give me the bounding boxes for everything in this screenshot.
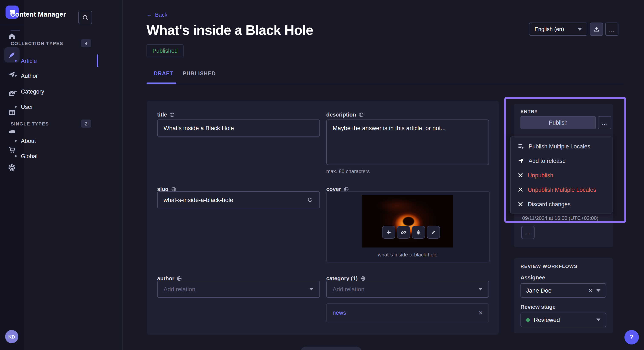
- collection-types-count-badge: 4: [81, 39, 91, 47]
- content-manager-sidebar: [24, 0, 123, 350]
- menu-item-add-to-release[interactable]: Add to release: [511, 154, 612, 168]
- category-tag-row: news ×: [326, 303, 489, 322]
- assignee-select[interactable]: Jane Doe ×: [520, 283, 606, 298]
- sidebar-item-user[interactable]: User: [11, 101, 96, 113]
- pencil-icon: [430, 229, 436, 235]
- sidebar-item-category[interactable]: Category: [11, 85, 96, 97]
- delete-media-button[interactable]: [412, 226, 425, 239]
- search-icon: [82, 14, 89, 21]
- tab-published[interactable]: PUBLISHED: [183, 71, 216, 77]
- locale-select[interactable]: English (en): [529, 22, 587, 36]
- globe-icon: [171, 186, 176, 191]
- description-helper: max. 80 characters: [326, 169, 370, 174]
- menu-item-publish-multiple-locales[interactable]: Publish Multiple Locales: [511, 139, 612, 154]
- active-tab-underline: [146, 82, 176, 84]
- bullet-icon: [15, 140, 16, 142]
- sidebar-title: Content Manager: [10, 11, 66, 18]
- add-component-pill[interactable]: [300, 347, 362, 350]
- sidebar-item-author[interactable]: Author: [11, 70, 96, 82]
- x-icon: [518, 187, 524, 193]
- assignee-value: Jane Doe: [526, 287, 552, 294]
- globe-icon: [177, 276, 182, 281]
- globe-icon: [170, 112, 175, 117]
- assignee-label: Assignee: [520, 274, 545, 281]
- add-icon: [386, 229, 392, 235]
- search-button[interactable]: [78, 11, 92, 24]
- sidebar-item-article[interactable]: Article: [11, 55, 96, 67]
- globe-icon: [344, 186, 348, 191]
- back-link[interactable]: ← Back: [146, 11, 168, 18]
- tab-draft[interactable]: DRAFT: [154, 71, 173, 77]
- menu-item-unpublish-multiple-locales[interactable]: Unpublish Multiple Locales: [511, 182, 612, 197]
- paper-plane-icon: [518, 157, 524, 164]
- title-value: What's inside a Black Hole: [164, 125, 234, 131]
- list-plus-icon: [518, 143, 524, 150]
- clear-assignee-icon[interactable]: ×: [588, 287, 592, 294]
- field-label-text: title: [157, 111, 167, 118]
- strapi-content-manager: KD Content Manager COLLECTION TYPES 4 Ar…: [0, 0, 644, 350]
- sidebar-item-global[interactable]: Global: [11, 150, 96, 162]
- remove-tag-icon[interactable]: ×: [478, 309, 482, 317]
- schedule-more-button[interactable]: …: [521, 226, 534, 239]
- description-field-label: description: [326, 111, 364, 118]
- bullet-icon: [15, 60, 16, 62]
- chevron-down-icon: [578, 28, 582, 30]
- publish-button[interactable]: Publish: [520, 116, 596, 129]
- user-avatar[interactable]: KD: [5, 330, 18, 343]
- review-stage-select[interactable]: Reviewed: [520, 313, 606, 327]
- entry-more-button[interactable]: …: [598, 116, 611, 129]
- field-label-text: description: [326, 111, 356, 118]
- cover-image[interactable]: [362, 195, 453, 247]
- category-tag-link[interactable]: news: [333, 310, 346, 316]
- chevron-down-icon: [596, 289, 600, 292]
- tabs-divider: [146, 84, 624, 84]
- gear-icon[interactable]: [4, 160, 20, 175]
- back-label: Back: [155, 11, 168, 18]
- menu-item-discard-changes[interactable]: Discard changes: [511, 197, 612, 211]
- bullet-icon: [15, 75, 16, 77]
- header-more-button[interactable]: …: [605, 22, 618, 36]
- link-icon: [400, 229, 407, 235]
- stage-value: Reviewed: [534, 316, 560, 323]
- scheduled-date: 09/11/2024 at 16:00 (UTC+02:00): [522, 215, 598, 221]
- menu-item-unpublish[interactable]: Unpublish: [511, 168, 612, 182]
- author-placeholder: Add relation: [164, 286, 195, 293]
- copy-link-button[interactable]: [397, 226, 410, 239]
- review-stage-label: Review stage: [520, 304, 556, 310]
- sidebar-item-label: Article: [21, 58, 37, 64]
- bullet-icon: [15, 91, 16, 92]
- cover-caption: what-s-inside-a-black-hole: [326, 252, 489, 258]
- description-value: Maybe the answer is in this article, or …: [333, 125, 446, 131]
- title-field-label: title: [157, 111, 175, 118]
- bullet-icon: [15, 106, 16, 108]
- description-textarea[interactable]: Maybe the answer is in this article, or …: [326, 120, 489, 165]
- chevron-down-icon: [596, 319, 600, 321]
- slug-value: what-s-inside-a-black-hole: [164, 196, 233, 203]
- sidebar-item-label: About: [21, 138, 36, 144]
- menu-item-label: Add to release: [528, 158, 566, 164]
- download-icon: [593, 25, 600, 33]
- regenerate-icon[interactable]: [307, 196, 314, 203]
- question-mark-icon: ?: [630, 334, 634, 341]
- title-input[interactable]: What's inside a Black Hole: [157, 120, 320, 137]
- author-relation-select[interactable]: Add relation: [157, 281, 320, 298]
- trash-icon: [415, 229, 422, 235]
- x-icon: [518, 172, 524, 178]
- help-button[interactable]: ?: [624, 330, 639, 345]
- slug-input[interactable]: what-s-inside-a-black-hole: [157, 191, 320, 208]
- single-types-count-badge: 2: [81, 120, 91, 128]
- download-button[interactable]: [590, 22, 603, 36]
- sidebar-item-about[interactable]: About: [11, 135, 96, 147]
- chevron-down-icon: [478, 288, 482, 291]
- add-media-button[interactable]: [382, 226, 395, 239]
- edit-media-button[interactable]: [427, 226, 440, 239]
- review-workflows-header: REVIEW WORKFLOWS: [520, 264, 578, 269]
- category-relation-select[interactable]: Add relation: [326, 281, 489, 298]
- cover-actions: [382, 226, 440, 239]
- menu-item-label: Publish Multiple Locales: [528, 143, 590, 150]
- active-item-indicator: [97, 54, 98, 67]
- x-icon: [518, 201, 524, 207]
- sidebar-divider: [11, 30, 20, 31]
- locale-value: English (en): [534, 26, 564, 32]
- menu-item-label: Discard changes: [528, 201, 570, 207]
